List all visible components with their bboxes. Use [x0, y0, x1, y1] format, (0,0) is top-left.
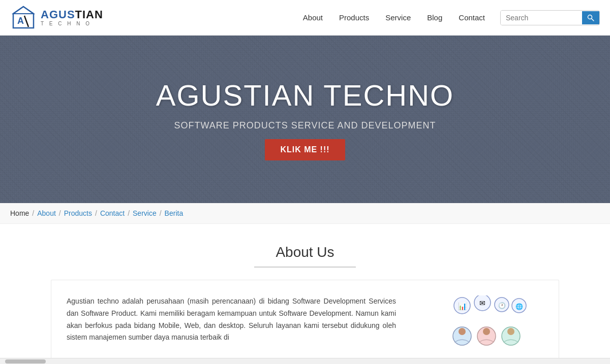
hero-cta-button[interactable]: KLIK ME !!! [265, 139, 345, 160]
breadcrumb-service[interactable]: Service [133, 209, 157, 217]
people-svg: 📊 ✉ 🕐 🌐 [416, 295, 538, 356]
about-illustration: 📊 ✉ 🕐 🌐 [411, 295, 543, 356]
breadcrumb-products[interactable]: Products [64, 209, 92, 217]
logo-text: AGUSTIAN T E C H N O [41, 9, 103, 26]
hero-section: AGUSTIAN TECHNO SOFTWARE PRODUCTS SERVIC… [0, 36, 610, 203]
svg-marker-1 [13, 7, 34, 14]
about-body: Agustian techno adalah perusahaan (masih… [67, 295, 396, 356]
about-content: Agustian techno adalah perusahaan (masih… [51, 280, 559, 364]
breadcrumb-sep-4: / [128, 209, 130, 217]
hero-title: AGUSTIAN TECHNO [156, 78, 454, 112]
svg-point-17 [483, 328, 490, 335]
svg-point-19 [507, 328, 514, 335]
svg-text:✉: ✉ [479, 299, 485, 307]
site-header: A AGUSTIAN T E C H N O About Products Se… [0, 0, 610, 36]
breadcrumb-sep-3: / [95, 209, 97, 217]
nav-service[interactable]: Service [379, 9, 417, 26]
search-area [500, 10, 600, 25]
breadcrumb-about[interactable]: About [37, 209, 56, 217]
svg-text:🕐: 🕐 [498, 302, 506, 309]
brand-sub: T E C H N O [41, 21, 103, 26]
breadcrumb-contact[interactable]: Contact [100, 209, 125, 217]
about-title: About Us [276, 244, 334, 260]
svg-text:🌐: 🌐 [515, 303, 523, 310]
breadcrumb-home[interactable]: Home [10, 209, 29, 217]
about-section: About Us Agustian techno adalah perusaha… [0, 224, 610, 364]
search-icon [587, 14, 594, 21]
svg-point-15 [459, 328, 466, 335]
breadcrumb-sep-2: / [59, 209, 61, 217]
main-nav: About Products Service Blog Contact [297, 9, 600, 26]
breadcrumb-sep-1: / [32, 209, 34, 217]
nav-products[interactable]: Products [333, 9, 375, 26]
brand-name: AGUSTIAN [41, 9, 103, 21]
svg-line-5 [592, 18, 594, 21]
logo-area[interactable]: A AGUSTIAN T E C H N O [10, 5, 103, 31]
nav-contact[interactable]: Contact [452, 9, 491, 26]
horizontal-scrollbar[interactable] [0, 358, 610, 364]
search-input[interactable] [501, 11, 582, 25]
svg-text:📊: 📊 [458, 302, 467, 311]
scrollbar-thumb[interactable] [5, 359, 46, 363]
search-button[interactable] [582, 11, 599, 24]
hero-subtitle: SOFTWARE PRODUCTS SERVICE AND DEVELOPMEN… [174, 120, 436, 131]
breadcrumb: Home / About / Products / Contact / Serv… [0, 203, 610, 224]
svg-text:A: A [17, 16, 24, 26]
breadcrumb-berita[interactable]: Berita [165, 209, 184, 217]
svg-line-3 [24, 16, 28, 27]
about-divider [254, 267, 356, 268]
nav-about[interactable]: About [297, 9, 329, 26]
logo-icon: A [10, 5, 37, 31]
breadcrumb-sep-5: / [160, 209, 162, 217]
nav-blog[interactable]: Blog [421, 9, 448, 26]
